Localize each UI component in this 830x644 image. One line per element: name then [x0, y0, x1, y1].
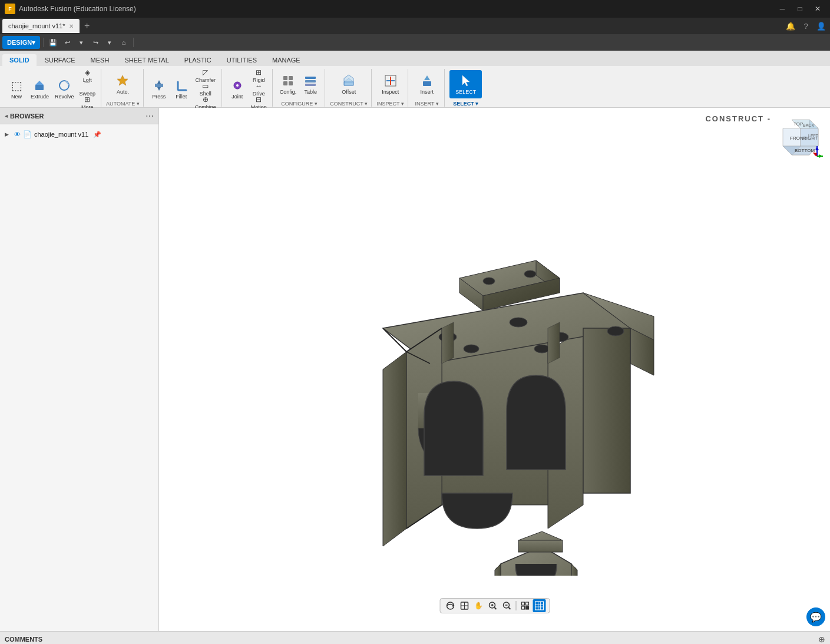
tab-plastic[interactable]: PLASTIC — [177, 54, 219, 66]
motion-study-icon: ⊟ — [253, 95, 264, 104]
select-icon — [459, 74, 473, 88]
loft-button[interactable]: ◈ Loft — [78, 69, 98, 82]
tab-surface[interactable]: SURFACE — [38, 54, 82, 66]
undo-dropdown[interactable]: ▾ — [75, 36, 88, 49]
viewcube[interactable]: FRONT RIGHT BOTTOM TOP BACK LEFT — [777, 114, 824, 161]
tab-utilities[interactable]: UTILITIES — [220, 54, 264, 66]
assemble-group: Joint ⊞ Rigid ↔ Drive ⊟ Motion — [223, 69, 273, 107]
comments-expand-icon[interactable]: ⊕ — [818, 635, 825, 644]
redo-dropdown[interactable]: ▾ — [103, 36, 116, 49]
main-area: ◂ BROWSER ⋯ ▶ 👁 📄 chaojie_mount v11 📌 CO… — [0, 108, 830, 631]
user-icon[interactable]: 👤 — [815, 19, 828, 32]
press-pull-button[interactable]: Press — [148, 75, 170, 103]
browser-header-left: ◂ BROWSER — [5, 113, 44, 120]
select-button[interactable]: SELECT — [449, 70, 482, 98]
inspect-button[interactable]: Inspect — [379, 70, 401, 98]
chat-icon[interactable]: 💬 — [806, 607, 825, 626]
svg-marker-66 — [571, 564, 577, 576]
offset-plane-icon — [342, 74, 356, 88]
create-buttons: ⬚ New Extrude Revolve ◈ — [6, 69, 97, 109]
browser-collapse-icon[interactable]: ◂ — [5, 113, 8, 119]
joint-icon — [230, 78, 244, 93]
design-dropdown[interactable]: DESIGN ▾ — [2, 36, 40, 49]
insert-button[interactable]: Insert — [416, 70, 438, 98]
active-document-tab[interactable]: chaojie_mount v11* ✕ — [2, 19, 80, 33]
tree-expand-icon: ▶ — [5, 131, 12, 137]
zoom-fit-button[interactable] — [500, 599, 513, 612]
configure-buttons: Config. Table — [277, 69, 322, 100]
save-button[interactable]: 💾 — [47, 36, 59, 49]
tree-visibility-icon[interactable]: 👁 — [14, 131, 21, 138]
close-button[interactable]: ✕ — [810, 3, 825, 15]
pan-button[interactable]: ✋ — [472, 599, 485, 612]
home-button[interactable]: ⌂ — [117, 36, 130, 49]
modify-small-buttons: ◸ Chamfer ▭ Shell ⊕ Combine — [193, 69, 218, 109]
sweep-button[interactable]: ⌒ Sweep — [78, 82, 98, 95]
svg-rect-89 — [521, 606, 524, 609]
create-group: ⬚ New Extrude Revolve ◈ — [2, 69, 101, 107]
shell-button[interactable]: ▭ Shell — [193, 82, 218, 95]
svg-rect-12 — [305, 77, 316, 79]
joint-button[interactable]: Joint — [227, 75, 248, 103]
viewport[interactable]: CONSTRUCT - FRONT RIGHT BOTTOM TOP BACK … — [159, 108, 830, 631]
tab-sheet-metal[interactable]: SHEET METAL — [117, 54, 176, 66]
redo-button[interactable]: ↪ — [89, 36, 102, 49]
svg-rect-87 — [521, 602, 524, 605]
configure-icon — [281, 74, 295, 88]
svg-rect-9 — [289, 76, 293, 80]
maximize-button[interactable]: □ — [792, 3, 808, 15]
automate-buttons: Auto. — [112, 69, 133, 100]
svg-rect-14 — [305, 84, 316, 86]
svg-marker-21 — [424, 75, 430, 80]
chamfer-button[interactable]: ◸ Chamfer — [193, 69, 218, 82]
revolve-button[interactable]: Revolve — [52, 75, 77, 103]
svg-point-63 — [607, 326, 624, 336]
tab-solid[interactable]: SOLID — [2, 54, 37, 66]
minimize-button[interactable]: ─ — [775, 3, 790, 15]
svg-rect-11 — [289, 81, 293, 85]
svg-point-57 — [510, 318, 527, 327]
motion-study-button[interactable]: ⊟ Motion — [249, 96, 269, 109]
tab-mesh[interactable]: MESH — [84, 54, 117, 66]
fillet-button[interactable]: Fillet — [171, 75, 192, 103]
svg-rect-88 — [525, 602, 528, 605]
grid-snap-button[interactable] — [533, 599, 545, 612]
svg-marker-48 — [383, 352, 406, 546]
svg-marker-38 — [819, 154, 823, 158]
browser-header: ◂ BROWSER ⋯ — [0, 108, 158, 124]
new-tab-button[interactable]: + — [81, 19, 94, 32]
combine-button[interactable]: ⊕ Combine — [193, 96, 218, 109]
modify-group: Press Fillet ◸ Chamfer ▭ Shell — [145, 69, 222, 107]
automate-label: AUTOMATE ▾ — [106, 101, 140, 107]
orbit-button[interactable] — [444, 599, 457, 612]
offset-plane-button[interactable]: Offset — [338, 70, 359, 98]
rigid-group-button[interactable]: ⊞ Rigid — [249, 69, 269, 82]
undo-button[interactable]: ↩ — [61, 36, 74, 49]
tree-pin-icon[interactable]: 📌 — [93, 131, 101, 138]
tab-close-icon[interactable]: ✕ — [69, 23, 74, 29]
browser-root-item[interactable]: ▶ 👁 📄 chaojie_mount v11 📌 — [2, 128, 156, 141]
display-settings-button[interactable] — [518, 599, 531, 612]
inspect-icon — [383, 74, 398, 88]
configure2-button[interactable]: Table — [300, 70, 321, 98]
configure-button[interactable]: Config. — [277, 70, 299, 98]
construct-buttons: Offset — [338, 69, 359, 100]
look-at-button[interactable] — [458, 599, 471, 612]
tab-manage[interactable]: MANAGE — [265, 54, 307, 66]
inspect-label: INSPECT ▾ — [377, 101, 404, 107]
new-component-button[interactable]: ⬚ New — [6, 75, 27, 103]
browser-panel: ◂ BROWSER ⋯ ▶ 👁 📄 chaojie_mount v11 📌 — [0, 108, 159, 631]
browser-menu-icon[interactable]: ⋯ — [146, 111, 154, 121]
svg-rect-8 — [283, 76, 287, 80]
notification-icon[interactable]: 🔔 — [784, 19, 797, 32]
viewport-toolbar: ✋ — [439, 598, 550, 613]
help-icon[interactable]: ? — [799, 19, 812, 32]
svg-rect-91 — [535, 602, 543, 610]
toolbar-separator-1 — [43, 38, 44, 47]
extrude-button[interactable]: Extrude — [28, 75, 51, 103]
drive-joints-button[interactable]: ↔ Drive — [249, 82, 269, 95]
rib-button[interactable]: ⊞ More — [78, 96, 98, 109]
automate-button[interactable]: Auto. — [112, 70, 133, 98]
zoom-button[interactable] — [486, 599, 499, 612]
select-group: SELECT SELECT ▾ — [446, 69, 485, 107]
